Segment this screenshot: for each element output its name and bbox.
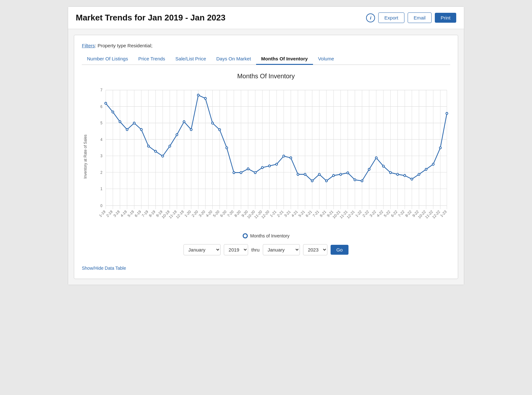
svg-text:11-19: 11-19 bbox=[168, 209, 177, 219]
svg-point-158 bbox=[418, 173, 420, 175]
chart-title: Months Of Inventory bbox=[82, 73, 450, 80]
svg-text:2-22: 2-22 bbox=[362, 209, 370, 218]
svg-point-118 bbox=[133, 122, 135, 124]
svg-text:11-21: 11-21 bbox=[339, 209, 348, 219]
svg-text:4-21: 4-21 bbox=[290, 209, 298, 218]
filters-text: : Property type Residential; bbox=[95, 43, 153, 48]
svg-text:7-19: 7-19 bbox=[141, 209, 149, 218]
svg-text:1-19: 1-19 bbox=[98, 209, 106, 218]
svg-text:7-21: 7-21 bbox=[312, 209, 320, 218]
svg-text:10-21: 10-21 bbox=[332, 209, 341, 219]
svg-point-151 bbox=[368, 168, 370, 171]
svg-point-155 bbox=[397, 173, 399, 175]
svg-text:2-21: 2-21 bbox=[276, 209, 284, 218]
svg-text:11-22: 11-22 bbox=[424, 209, 434, 219]
info-icon[interactable]: i bbox=[366, 13, 375, 22]
chart-svg: .grid-line { stroke: #ddd; stroke-width:… bbox=[88, 83, 450, 230]
tab-price-trends[interactable]: Price Trends bbox=[133, 53, 170, 65]
svg-text:6-21: 6-21 bbox=[305, 209, 313, 218]
svg-point-152 bbox=[375, 157, 377, 159]
tab-sale-list-price[interactable]: Sale/List Price bbox=[170, 53, 211, 65]
svg-text:3: 3 bbox=[100, 154, 102, 158]
svg-point-117 bbox=[126, 128, 128, 131]
svg-text:3-22: 3-22 bbox=[369, 209, 377, 218]
date-range-row: January February March April May June Ju… bbox=[82, 244, 450, 255]
to-month-select[interactable]: January February March April May June Ju… bbox=[263, 244, 300, 255]
svg-text:3-21: 3-21 bbox=[283, 209, 291, 218]
tab-number-of-listings[interactable]: Number Of Listings bbox=[82, 53, 133, 65]
svg-text:5-21: 5-21 bbox=[298, 209, 306, 218]
y-axis-label: Inventory at Rate of Sales bbox=[82, 83, 88, 230]
svg-point-157 bbox=[411, 178, 413, 180]
svg-text:5: 5 bbox=[100, 121, 103, 125]
svg-point-139 bbox=[283, 155, 285, 157]
content-area: Filters: Property type Residential; Numb… bbox=[68, 29, 464, 285]
svg-point-131 bbox=[226, 147, 228, 149]
legend-dot bbox=[243, 233, 248, 238]
svg-point-121 bbox=[154, 150, 156, 152]
svg-point-123 bbox=[169, 145, 171, 147]
svg-point-136 bbox=[261, 167, 263, 169]
card: Filters: Property type Residential; Numb… bbox=[74, 35, 458, 279]
svg-text:12-19: 12-19 bbox=[175, 209, 184, 219]
svg-text:8-22: 8-22 bbox=[404, 209, 412, 218]
chart-inner: .grid-line { stroke: #ddd; stroke-width:… bbox=[88, 83, 450, 230]
from-year-select[interactable]: 2015 2016 2017 2018 2019 2020 2021 2022 … bbox=[224, 244, 248, 255]
svg-point-161 bbox=[439, 147, 441, 149]
svg-point-138 bbox=[276, 163, 278, 166]
svg-text:8-19: 8-19 bbox=[148, 209, 156, 218]
svg-point-143 bbox=[311, 180, 313, 182]
svg-point-124 bbox=[176, 134, 178, 136]
tab-days-on-market[interactable]: Days On Market bbox=[211, 53, 256, 65]
svg-text:12-20: 12-20 bbox=[261, 209, 270, 220]
svg-text:10-19: 10-19 bbox=[161, 209, 170, 219]
svg-point-126 bbox=[190, 128, 192, 131]
main-container: Market Trends for Jan 2019 - Jan 2023 i … bbox=[68, 6, 464, 285]
svg-text:3-19: 3-19 bbox=[113, 209, 121, 218]
export-button[interactable]: Export bbox=[378, 12, 404, 23]
svg-text:10-22: 10-22 bbox=[417, 209, 426, 219]
svg-text:3-20: 3-20 bbox=[198, 209, 206, 218]
svg-point-134 bbox=[247, 168, 249, 170]
svg-point-114 bbox=[105, 102, 107, 105]
svg-text:8-20: 8-20 bbox=[233, 209, 241, 218]
svg-point-137 bbox=[269, 165, 270, 167]
to-year-select[interactable]: 2015 2016 2017 2018 2019 2020 2021 2022 … bbox=[303, 244, 327, 255]
svg-text:4: 4 bbox=[100, 137, 103, 141]
svg-point-125 bbox=[183, 121, 185, 123]
svg-text:7-22: 7-22 bbox=[397, 209, 405, 218]
svg-point-145 bbox=[325, 180, 327, 182]
svg-point-149 bbox=[354, 179, 356, 181]
tabs-row: Number Of Listings Price Trends Sale/Lis… bbox=[82, 53, 450, 65]
svg-text:4-22: 4-22 bbox=[376, 209, 384, 218]
svg-text:2-20: 2-20 bbox=[191, 209, 199, 218]
print-button[interactable]: Print bbox=[435, 13, 456, 23]
svg-point-160 bbox=[432, 163, 434, 166]
chart-wrapper: Inventory at Rate of Sales .grid-line { … bbox=[82, 83, 450, 230]
svg-point-148 bbox=[347, 172, 349, 174]
svg-point-122 bbox=[162, 155, 164, 157]
svg-point-147 bbox=[340, 173, 341, 175]
email-button[interactable]: Email bbox=[408, 12, 432, 23]
svg-point-162 bbox=[446, 112, 448, 115]
svg-point-153 bbox=[382, 165, 384, 167]
thru-label: thru bbox=[251, 247, 260, 252]
from-month-select[interactable]: January February March April May June Ju… bbox=[184, 244, 221, 255]
go-button[interactable]: Go bbox=[331, 245, 348, 255]
show-hide-data-table-link[interactable]: Show/Hide Data Table bbox=[82, 266, 126, 271]
svg-point-133 bbox=[240, 172, 242, 174]
svg-text:0: 0 bbox=[100, 203, 103, 207]
svg-text:5-20: 5-20 bbox=[212, 209, 220, 218]
header-actions: i Export Email Print bbox=[366, 12, 456, 23]
page-header: Market Trends for Jan 2019 - Jan 2023 i … bbox=[68, 7, 464, 29]
svg-text:4-20: 4-20 bbox=[205, 209, 213, 218]
svg-text:12-21: 12-21 bbox=[346, 209, 355, 219]
svg-point-150 bbox=[361, 180, 363, 182]
svg-point-156 bbox=[404, 174, 406, 177]
tab-volume[interactable]: Volume bbox=[313, 53, 339, 65]
svg-text:1-21: 1-21 bbox=[269, 209, 277, 218]
tab-months-of-inventory[interactable]: Months Of Inventory bbox=[256, 53, 313, 65]
svg-text:2: 2 bbox=[100, 170, 102, 174]
filters-link[interactable]: Filters bbox=[82, 43, 95, 48]
svg-text:6-19: 6-19 bbox=[134, 209, 142, 218]
